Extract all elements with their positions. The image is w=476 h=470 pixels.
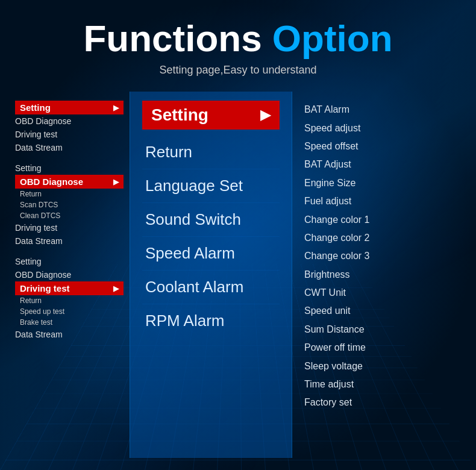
left-sub-return-1[interactable]: Return [15,189,124,199]
middle-arrow-icon: ▶ [260,107,271,123]
right-item-bat-adjust: BAT Adjust [304,155,455,174]
arrow-icon-2: ▶ [113,178,119,186]
right-item-change-color-1: Change color 1 [304,211,455,229]
arrow-icon: ▶ [113,104,119,112]
page-subtitle: Setting page,Easy to understand [12,64,464,77]
right-item-brightness: Brightness [304,266,455,284]
middle-item-coolant[interactable]: Coolant Alarm [142,271,280,304]
right-item-sum-distance: Sum Distance [304,321,455,339]
right-item-change-color-3: Change color 3 [304,247,455,265]
left-item-data-2[interactable]: Data Stream [15,234,124,248]
right-item-sleep-voltage: Sleep voltage [304,357,455,375]
left-item-driving-active[interactable]: Driving test ▶ [15,281,124,295]
left-section-3: Setting OBD Diagnose Driving test ▶ Retu… [15,255,124,341]
left-section-2: Setting OBD Diagnose ▶ Return Scan DTCS … [15,161,124,248]
left-sub-scan[interactable]: Scan DTCS [15,199,124,210]
middle-panel: Setting ▶ Return Language Set Sound Swit… [130,92,292,458]
left-sub-brake[interactable]: Brake test [15,317,124,328]
left-item-data-1[interactable]: Data Stream [15,141,124,154]
right-item-factory-set: Factory set [304,393,455,412]
left-item-setting-2[interactable]: Setting [15,161,124,175]
middle-item-language[interactable]: Language Set [142,169,280,203]
left-item-driving-2[interactable]: Driving test [15,221,124,234]
left-item-obd-active[interactable]: OBD Diagnose ▶ [15,175,124,189]
middle-item-speed-alarm[interactable]: Speed Alarm [142,237,280,271]
right-item-time-adjust: Time adjust [304,375,455,393]
left-item-obd-1[interactable]: OBD Diagnose [15,114,124,128]
arrow-icon-3: ▶ [113,284,119,293]
right-item-power-off: Power off time [304,339,455,357]
right-item-speed-unit: Speed unit [304,302,455,320]
middle-item-sound[interactable]: Sound Switch [142,203,280,237]
header: Functions Option Setting page,Easy to un… [0,0,476,86]
middle-item-return[interactable]: Return [142,136,280,169]
left-item-setting-3[interactable]: Setting [15,255,124,268]
left-section-1: Setting ▶ OBD Diagnose Driving test Data… [15,101,124,154]
left-sub-speed-up[interactable]: Speed up test [15,306,124,317]
right-item-speed-adjust: Speed adjust [304,119,455,137]
right-item-fuel-adjust: Fuel adjust [304,192,455,210]
left-item-setting-1[interactable]: Setting ▶ [15,101,124,114]
left-item-driving-1[interactable]: Driving test [15,128,124,141]
right-item-bat-alarm: BAT Alarm [304,101,455,119]
right-item-cwt-unit: CWT Unit [304,284,455,302]
right-item-speed-offset: Speed offset [304,137,455,155]
left-panel: Setting ▶ OBD Diagnose Driving test Data… [9,92,130,458]
middle-active-item[interactable]: Setting ▶ [142,101,280,130]
left-item-data-3[interactable]: Data Stream [15,328,124,341]
page-title: Functions Option [12,18,464,59]
left-item-obd-3[interactable]: OBD Diagnose [15,268,124,281]
right-item-change-color-2: Change color 2 [304,229,455,247]
title-option: Option [262,17,393,59]
right-panel: BAT Alarm Speed adjust Speed offset BAT … [292,92,467,458]
left-sub-clean[interactable]: Clean DTCS [15,210,124,221]
title-functions: Functions [83,17,261,59]
left-sub-return-2[interactable]: Return [15,295,124,306]
right-item-engine-size: Engine Size [304,174,455,192]
middle-item-rpm[interactable]: RPM Alarm [142,304,280,337]
main-area: Setting ▶ OBD Diagnose Driving test Data… [0,86,476,470]
